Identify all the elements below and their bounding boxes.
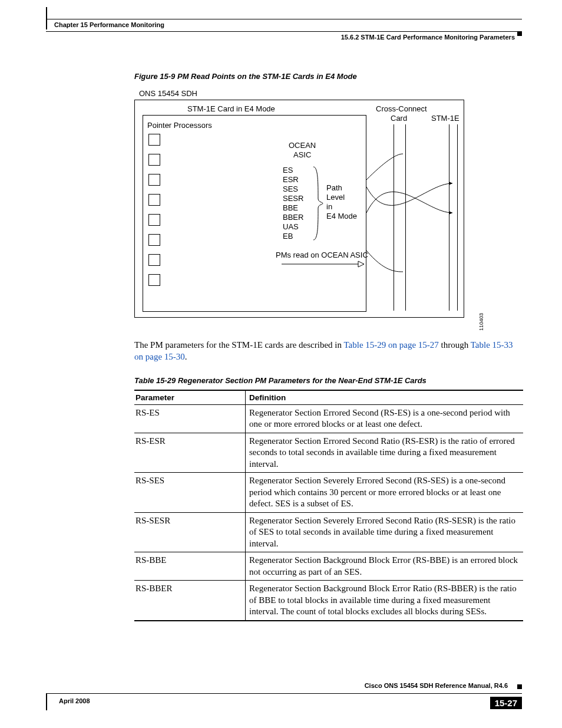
fig-path3: in (326, 202, 332, 212)
cell-param: RS-ES (134, 404, 246, 433)
fig-pm-ses: SES (283, 185, 298, 194)
cell-param: RS-BBE (134, 552, 246, 581)
body-text-b: through (439, 340, 471, 350)
header-section: 15.6.2 STM-1E Card Performance Monitorin… (341, 34, 515, 41)
cell-def: Regenerator Section Severely Errored Sec… (246, 473, 524, 513)
figure-caption: Figure 15-9 PM Read Points on the STM-1E… (134, 72, 523, 81)
fig-pm-bber: BBER (283, 213, 303, 222)
body-paragraph: The PM parameters for the STM-1E cards a… (134, 339, 523, 363)
cell-def: Regenerator Section Background Block Err… (246, 581, 524, 621)
table-row: RS-SES Regenerator Section Severely Erro… (134, 473, 523, 513)
fig-pm-uas: UAS (283, 222, 299, 232)
header-bottom-rule (46, 31, 522, 32)
table-caption: Table 15-29 Regenerator Section PM Param… (134, 376, 523, 385)
cell-def: Regenerator Section Severely Errored Sec… (246, 512, 524, 552)
fig-id: 110403 (478, 313, 484, 331)
body-text-c: . (185, 352, 187, 361)
fig-cc1: Cross-Connect (376, 104, 427, 114)
footer-manual-title: Cisco ONS 15454 SDH Reference Manual, R4… (365, 682, 508, 689)
cell-param: RS-SESR (134, 512, 246, 552)
fig-cross-lines (366, 124, 461, 278)
table-row: RS-ESR Regenerator Section Errored Secon… (134, 433, 523, 473)
footer-date: April 2008 (59, 697, 90, 704)
fig-path2: Level (326, 193, 345, 202)
table-row: RS-SESR Regenerator Section Severely Err… (134, 512, 523, 552)
cell-def: Regenerator Section Background Block Err… (246, 552, 524, 581)
col-parameter: Parameter (134, 390, 246, 405)
cell-param: RS-BBER (134, 581, 246, 621)
fig-path4: E4 Mode (326, 212, 357, 221)
fig-label-card: STM-1E Card in E4 Mode (187, 104, 275, 114)
fig-cc2: Card (391, 114, 407, 123)
fig-path1: Path (326, 183, 342, 193)
footer-left-mark (46, 694, 49, 710)
footer-rule (46, 693, 522, 694)
fig-label-top: ONS 15454 SDH (139, 89, 197, 98)
footer-right-mark (517, 684, 522, 689)
table-pm-parameters: Parameter Definition RS-ES Regenerator S… (134, 390, 523, 621)
fig-pm-bbe: BBE (283, 203, 298, 213)
header-top-rule (46, 19, 522, 19)
fig-foot: PMs read on OCEAN ASIC (276, 251, 368, 260)
footer-page-number: 15-27 (490, 697, 522, 709)
cell-def: Regenerator Section Errored Second (RS-E… (246, 404, 524, 433)
fig-stm: STM-1E (431, 114, 459, 123)
cell-param: RS-SES (134, 473, 246, 513)
header-left-mark (46, 7, 49, 29)
fig-pm-eb: EB (283, 232, 293, 241)
table-row: RS-BBER Regenerator Section Background B… (134, 581, 523, 621)
fig-pm-sesr: SESR (283, 194, 303, 203)
header-right-mark (517, 31, 522, 36)
fig-pm-esr: ESR (283, 175, 299, 185)
col-definition: Definition (246, 390, 524, 405)
header-chapter: Chapter 15 Performance Monitoring (54, 21, 164, 28)
fig-pm-es: ES (283, 166, 293, 175)
body-text-a: The PM parameters for the STM-1E cards a… (134, 340, 343, 350)
cell-param: RS-ESR (134, 433, 246, 473)
table-row: RS-ES Regenerator Section Errored Second… (134, 404, 523, 433)
fig-label-pp: Pointer Processors (147, 121, 212, 130)
link-table-15-29[interactable]: Table 15-29 on page 15-27 (343, 340, 438, 350)
cell-def: Regenerator Section Errored Second Ratio… (246, 433, 524, 473)
table-row: RS-BBE Regenerator Section Background Bl… (134, 552, 523, 581)
fig-label-ocean1: OCEAN (289, 141, 316, 150)
fig-label-ocean2: ASIC (293, 150, 311, 160)
fig-arrow-icon (282, 260, 370, 268)
fig-brace (311, 166, 324, 241)
figure-diagram: ONS 15454 SDH STM-1E Card in E4 Mode Poi… (134, 89, 523, 325)
